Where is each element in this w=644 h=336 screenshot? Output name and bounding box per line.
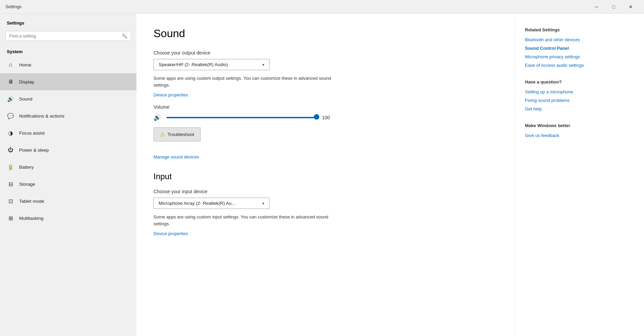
sidebar-item-tablet-label: Tablet mode — [19, 199, 44, 204]
input-dropdown-arrow-icon: ▾ — [262, 201, 264, 206]
volume-value: 100 — [322, 115, 334, 120]
content-area: Sound Choose your output device Speaker/… — [136, 14, 644, 336]
tablet-icon: ⊡ — [7, 197, 14, 205]
sidebar-title: Settings — [0, 16, 136, 28]
output-device-value: Speaker/HP (2- Realtek(R) Audio) — [159, 62, 228, 67]
sidebar-item-sound[interactable]: 🔊 Sound — [0, 90, 136, 107]
sound-icon: 🔊 — [7, 95, 14, 103]
get-help-link[interactable]: Get help — [525, 106, 634, 111]
sidebar-item-focus-label: Focus assist — [19, 131, 45, 136]
sidebar-item-display-label: Display — [19, 79, 34, 85]
battery-icon: 🔋 — [7, 163, 14, 171]
input-device-properties-link[interactable]: Device properties — [153, 231, 188, 236]
sidebar-item-storage-label: Storage — [19, 182, 35, 187]
focus-icon: ◑ — [7, 129, 14, 137]
sidebar-item-focus[interactable]: ◑ Focus assist — [0, 124, 136, 141]
sidebar-item-display[interactable]: 🖥 Display — [0, 73, 136, 90]
dropdown-arrow-icon: ▾ — [262, 62, 264, 67]
sidebar: Settings 🔍 System ⌂ Home 🖥 Display 🔊 Sou… — [0, 14, 136, 336]
sidebar-item-sound-label: Sound — [19, 96, 32, 102]
right-panel: Related Settings Bluetooth and other dev… — [514, 14, 644, 336]
related-settings-title: Related Settings — [525, 27, 634, 32]
app-title: Settings — [5, 4, 21, 9]
setup-microphone-link[interactable]: Setting up a microphone — [525, 89, 634, 94]
title-bar: Settings ─ □ ✕ — [0, 0, 644, 14]
close-button[interactable]: ✕ — [623, 1, 639, 12]
warning-icon: ⚠ — [160, 131, 165, 138]
sidebar-item-home[interactable]: ⌂ Home — [0, 56, 136, 73]
output-device-dropdown[interactable]: Speaker/HP (2- Realtek(R) Audio) ▾ — [153, 59, 269, 70]
volume-slider-fill — [166, 117, 317, 118]
output-device-properties-link[interactable]: Device properties — [153, 92, 188, 97]
notifications-icon: 💬 — [7, 112, 14, 120]
storage-icon: ⊟ — [7, 180, 14, 188]
troubleshoot-button[interactable]: ⚠ Troubleshoot — [153, 127, 201, 141]
display-icon: 🖥 — [7, 78, 14, 86]
make-windows-better-title: Make Windows better — [525, 123, 634, 128]
system-label: System — [0, 46, 136, 56]
sidebar-item-tablet[interactable]: ⊡ Tablet mode — [0, 193, 136, 210]
sound-control-panel-link[interactable]: Sound Control Panel — [525, 46, 569, 51]
home-icon: ⌂ — [7, 61, 14, 68]
main-content: Sound Choose your output device Speaker/… — [136, 14, 514, 336]
volume-label: Volume — [153, 104, 497, 110]
power-icon: ⏻ — [7, 146, 14, 154]
have-a-question-title: Have a question? — [525, 79, 634, 85]
microphone-privacy-link[interactable]: Microphone privacy settings — [525, 54, 634, 59]
volume-slider-thumb[interactable] — [314, 114, 319, 120]
app-body: Settings 🔍 System ⌂ Home 🖥 Display 🔊 Sou… — [0, 14, 644, 336]
ease-of-access-link[interactable]: Ease of Access audio settings — [525, 63, 634, 68]
multitasking-icon: ⊞ — [7, 214, 14, 222]
sidebar-item-notifications-label: Notifications & actions — [19, 113, 64, 119]
input-device-dropdown[interactable]: Microphone Array (2- Realtek(R) Au... ▾ — [153, 198, 269, 209]
give-feedback-link[interactable]: Give us feedback — [525, 133, 634, 138]
manage-sound-devices-link[interactable]: Manage sound devices — [153, 154, 199, 159]
output-info-text: Some apps are using custom output settin… — [153, 75, 345, 88]
output-device-label: Choose your output device — [153, 50, 497, 56]
input-section-heading: Input — [153, 172, 497, 181]
maximize-button[interactable]: □ — [606, 1, 621, 12]
input-device-value: Microphone Array (2- Realtek(R) Au... — [159, 201, 235, 206]
sidebar-item-multitasking[interactable]: ⊞ Multitasking — [0, 210, 136, 227]
input-info-text: Some apps are using custom input setting… — [153, 214, 345, 227]
bluetooth-link[interactable]: Bluetooth and other devices — [525, 37, 634, 42]
window-controls: ─ □ ✕ — [589, 1, 639, 12]
search-icon: 🔍 — [122, 33, 127, 39]
search-box[interactable]: 🔍 — [5, 31, 131, 41]
input-device-label: Choose your input device — [153, 189, 497, 194]
sidebar-item-power[interactable]: ⏻ Power & sleep — [0, 141, 136, 158]
page-title: Sound — [153, 27, 497, 40]
sidebar-item-power-label: Power & sleep — [19, 148, 49, 153]
volume-slider[interactable] — [166, 117, 317, 118]
sidebar-item-multitasking-label: Multitasking — [19, 216, 43, 221]
sidebar-item-battery-label: Battery — [19, 165, 34, 170]
sidebar-item-battery[interactable]: 🔋 Battery — [0, 158, 136, 175]
volume-speaker-icon: 🔊 — [153, 114, 161, 121]
volume-row: 🔊 100 — [153, 114, 497, 121]
sidebar-item-home-label: Home — [19, 62, 31, 67]
minimize-button[interactable]: ─ — [589, 1, 604, 12]
sidebar-item-notifications[interactable]: 💬 Notifications & actions — [0, 107, 136, 124]
troubleshoot-label: Troubleshoot — [167, 132, 194, 137]
search-input[interactable] — [9, 33, 119, 39]
sound-control-panel-row: Sound Control Panel — [525, 46, 634, 51]
sidebar-item-storage[interactable]: ⊟ Storage — [0, 175, 136, 193]
fixing-sound-link[interactable]: Fixing sound problems — [525, 98, 634, 103]
arrow-annotation — [514, 43, 518, 57]
